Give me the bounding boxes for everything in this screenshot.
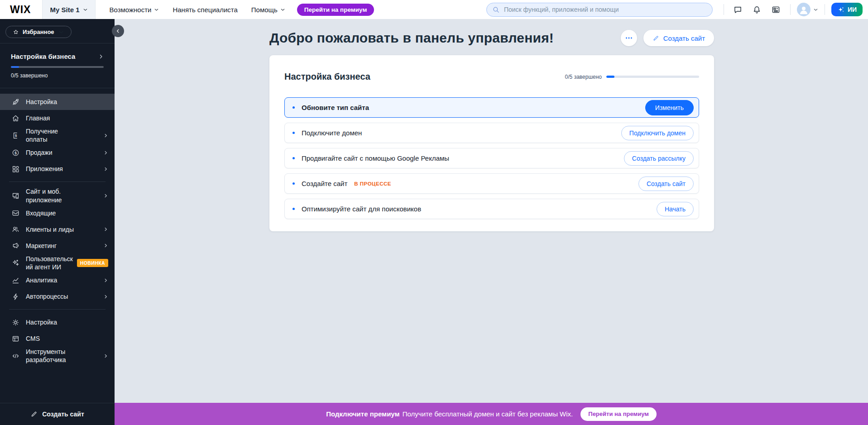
sidebar-item[interactable]: Автопроцессы xyxy=(0,288,115,305)
nav-help-label: Помощь xyxy=(251,6,278,14)
task-status-badge: В ПРОЦЕССЕ xyxy=(354,181,391,186)
sidebar-menu: Настройка Главная $ Получение оплаты $ П… xyxy=(0,88,115,403)
sidebar-item[interactable]: Маркетинг xyxy=(0,238,115,254)
sidebar-item[interactable]: Входящие xyxy=(0,205,115,221)
sidebar-item[interactable]: Сайт и моб. приложение xyxy=(0,186,115,205)
premium-banner: Подключите премиум Получите бесплатный д… xyxy=(115,403,868,425)
sidebar-item-label: Главная xyxy=(26,114,50,122)
sidebar-item[interactable]: Настройка xyxy=(0,94,115,110)
notifications-bell-icon[interactable] xyxy=(749,2,765,17)
site-menu-label: My Site 1 xyxy=(50,6,79,14)
search xyxy=(486,3,713,17)
updates-news-icon[interactable] xyxy=(768,2,784,17)
upgrade-premium-button[interactable]: Перейти на премиум xyxy=(297,4,374,16)
task-action-button[interactable]: Начать xyxy=(657,202,694,216)
task-action-button[interactable]: Создать рассылку xyxy=(624,151,694,166)
svg-text:$: $ xyxy=(14,150,17,155)
chat-icon[interactable] xyxy=(730,2,746,17)
task-action-button[interactable]: Подключить домен xyxy=(621,126,694,140)
gear-icon xyxy=(11,318,20,327)
sidebar-item-label: Автопроцессы xyxy=(26,292,68,301)
rocket-icon xyxy=(11,98,20,106)
chevron-down-icon xyxy=(58,29,64,35)
nav-features[interactable]: Возможности xyxy=(109,6,159,14)
card-title: Настройка бизнеса xyxy=(284,72,370,82)
task-label: Подключите домен xyxy=(302,129,362,137)
wix-dashboard: WIX My Site 1 Возможности Нанять специал… xyxy=(0,0,868,425)
nav-hire-professional[interactable]: Нанять специалиста xyxy=(173,6,237,14)
card-progress-label: 0/5 завершено xyxy=(565,74,602,80)
search-icon xyxy=(492,6,500,14)
chevron-down-icon xyxy=(83,7,88,12)
sidebar-item-label: Сайт и моб. приложение xyxy=(26,187,81,204)
sidebar-item[interactable]: $ Получение оплаты xyxy=(0,126,115,144)
sidebar-item-label: Приложения xyxy=(26,165,63,173)
divider xyxy=(825,4,825,15)
divider xyxy=(790,4,791,15)
favorites-block: Избранное xyxy=(0,19,115,43)
banner-premium-button[interactable]: Перейти на премиум xyxy=(580,407,657,421)
sidebar-create-site-label: Создать сайт xyxy=(42,411,84,418)
sidebar-item-label: Маркетинг xyxy=(26,242,57,250)
topbar-icons: ИИ xyxy=(721,2,863,17)
task-action-button[interactable]: Изменить xyxy=(645,100,694,115)
sidebar-item[interactable]: Инструменты разработчика xyxy=(0,347,115,365)
bullet-dot xyxy=(293,157,295,159)
header-actions: Создать сайт xyxy=(621,30,714,46)
cms-table-icon xyxy=(11,334,20,343)
page-header: Добро пожаловать в панель управления! Со… xyxy=(269,30,714,46)
avatar xyxy=(797,3,810,16)
sidebar-item[interactable]: Клиенты и лиды xyxy=(0,221,115,238)
task-label: Создайте сайт xyxy=(302,180,347,187)
sidebar-item-label: Продажи xyxy=(26,148,52,157)
sidebar-item[interactable]: Пользовательский агент ИИ НОВИНКА xyxy=(0,254,115,272)
sidebar-collapse-button[interactable] xyxy=(112,25,124,37)
bullet-dot xyxy=(293,182,295,185)
create-site-label: Создать сайт xyxy=(663,34,705,42)
nav-features-label: Возможности xyxy=(109,6,151,14)
more-options-button[interactable] xyxy=(621,30,637,46)
business-setup-link[interactable]: Настройка бизнеса xyxy=(11,53,104,60)
card-progress: 0/5 завершено xyxy=(565,74,699,80)
sidebar-item[interactable]: Приложения xyxy=(0,161,115,177)
inbox-icon xyxy=(11,209,20,217)
task-list: Обновите тип сайта Изменить Подключите д… xyxy=(284,97,699,219)
wix-logo[interactable]: WIX xyxy=(10,4,31,16)
create-site-button[interactable]: Создать сайт xyxy=(643,30,714,46)
sidebar-item[interactable]: Аналитика xyxy=(0,272,115,288)
chevron-down-icon xyxy=(154,7,159,12)
apps-grid-icon xyxy=(11,165,20,173)
chevron-right-icon xyxy=(103,133,108,138)
task-row: Создайте сайт В ПРОЦЕССЕ Создать сайт xyxy=(284,173,699,194)
search-input[interactable] xyxy=(486,3,713,17)
ellipsis-icon xyxy=(624,33,633,43)
nav-help[interactable]: Помощь xyxy=(251,6,285,14)
dollar-circle-icon: $ xyxy=(11,148,20,157)
favorites-dropdown[interactable]: Избранное xyxy=(5,26,72,38)
site-menu[interactable]: My Site 1 xyxy=(42,0,96,19)
sidebar-item[interactable]: Главная xyxy=(0,110,115,126)
sidebar-create-site-button[interactable]: Создать сайт xyxy=(0,403,115,425)
chevron-right-icon xyxy=(103,193,108,198)
sidebar-item[interactable]: Настройка xyxy=(0,314,115,330)
topbar: WIX My Site 1 Возможности Нанять специал… xyxy=(0,0,868,19)
chevron-down-icon xyxy=(280,7,285,12)
sidebar-item-label: Настройка xyxy=(26,98,57,106)
account-menu[interactable] xyxy=(797,3,818,16)
pencil-icon xyxy=(652,35,659,42)
task-label: Оптимизируйте сайт для поисковиков xyxy=(302,205,421,213)
sidebar-item-label: Пользовательский агент ИИ xyxy=(26,255,73,271)
sidebar-item-label: Инструменты разработчика xyxy=(26,348,81,364)
task-row: Оптимизируйте сайт для поисковиков Начат… xyxy=(284,199,699,219)
bullet-dot xyxy=(293,208,295,210)
banner-text: Подключите премиум Получите бесплатный д… xyxy=(326,410,573,418)
task-action-button[interactable]: Создать сайт xyxy=(638,177,694,191)
sidebar-item[interactable]: $ Продажи xyxy=(0,144,115,161)
favorites-label: Избранное xyxy=(23,29,54,35)
devices-icon xyxy=(11,191,20,200)
task-label: Продвигайте сайт с помощью Google Реклам… xyxy=(302,154,449,162)
ai-assistant-button[interactable]: ИИ xyxy=(831,3,863,16)
megaphone-icon xyxy=(11,241,20,250)
chevron-right-icon xyxy=(98,54,104,59)
sidebar-item[interactable]: CMS xyxy=(0,330,115,347)
